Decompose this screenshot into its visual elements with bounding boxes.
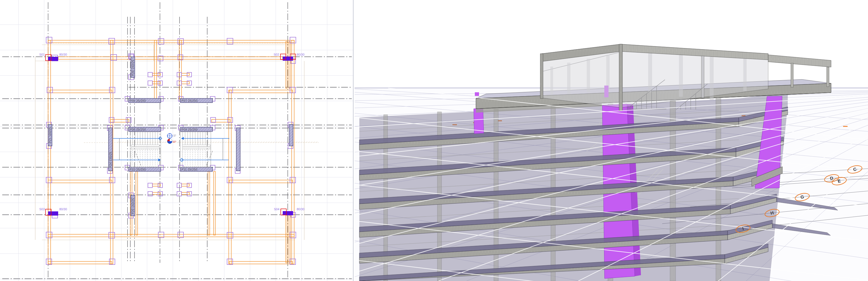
svg-text:P08 25/250: P08 25/250 — [130, 128, 146, 131]
wall-P25: P25 160/25 — [131, 195, 135, 216]
stair-treads-lower — [132, 150, 208, 166]
stairwell[interactable] — [113, 132, 229, 167]
wall-P08: P08 25/250 — [129, 127, 161, 131]
svg-text:P10 25/250: P10 25/250 — [130, 168, 146, 171]
svg-text:S02: S02 — [274, 53, 279, 56]
svg-text:80/30: 80/30 — [59, 53, 67, 56]
wall-P09: P09 25/250 — [180, 127, 213, 131]
svg-text:P25 160/25: P25 160/25 — [131, 198, 134, 214]
wall-P24: P24 335/25 — [108, 128, 113, 171]
wall-mirror-1 — [289, 124, 293, 146]
svg-text:P09 25/250: P09 25/250 — [182, 128, 198, 131]
floor-plan-viewport[interactable]: P06 25/250 P07 25/250 P08 25/250 P09 25/… — [0, 0, 353, 281]
wall-mirror-2 — [236, 128, 240, 171]
wall-P10: P10 25/250 — [129, 167, 161, 171]
svg-text:P06 25/250: P06 25/250 — [130, 99, 146, 102]
column-outlines[interactable] — [46, 37, 296, 264]
plan-grid — [0, 0, 353, 281]
svg-text:P21 160/25: P21 160/25 — [49, 127, 52, 143]
svg-text:80/30: 80/30 — [59, 208, 67, 211]
svg-text:P11 25/250: P11 25/250 — [182, 168, 197, 171]
svg-text:80/30: 80/30 — [297, 208, 305, 211]
wall-P21: P21 160/25 — [48, 124, 52, 146]
3d-scene: C D E G H I — [354, 0, 868, 281]
svg-text:S04: S04 — [274, 208, 279, 211]
axis-lines — [2, 2, 352, 279]
selected-column-S04[interactable]: S04 80/30 — [274, 208, 304, 215]
selected-column-S03[interactable]: S03 80/30 — [39, 208, 67, 216]
3d-viewport[interactable]: C D E G H I — [354, 0, 868, 281]
stair-break-line — [135, 151, 213, 166]
svg-text:P24 335/25: P24 335/25 — [109, 152, 112, 168]
wall-P26: P26 160/25 — [131, 57, 135, 77]
svg-text:S01: S01 — [39, 53, 45, 56]
svg-text:P07 25/250: P07 25/250 — [182, 99, 198, 102]
svg-text:S03: S03 — [39, 208, 45, 211]
beam-network[interactable] — [48, 40, 294, 264]
svg-text:80/30: 80/30 — [297, 53, 305, 56]
shear-walls[interactable]: P06 25/250 P07 25/250 P08 25/250 P09 25/… — [48, 57, 293, 216]
svg-text:P26 160/25: P26 160/25 — [131, 60, 134, 76]
wall-P06: P06 25/250 — [129, 98, 161, 103]
wall-P07: P07 25/250 — [180, 98, 213, 103]
wall-P11: P11 25/250 — [180, 167, 213, 171]
floor-plan-drawing: P06 25/250 P07 25/250 P08 25/250 P09 25/… — [0, 0, 353, 281]
origin-marker[interactable] — [167, 133, 176, 144]
